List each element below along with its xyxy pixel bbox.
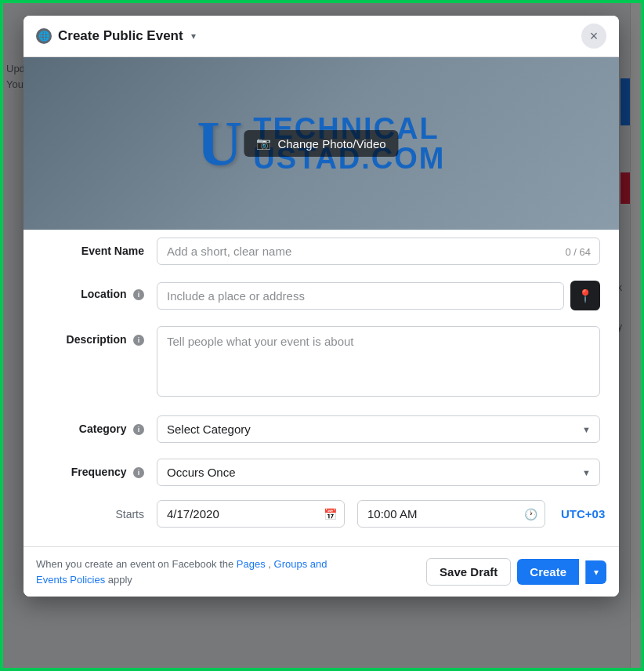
location-label-cell: Location i (42, 281, 144, 301)
footer-buttons: Save Draft Create ▾ (426, 558, 606, 586)
location-pin-button[interactable]: 📍 (570, 281, 600, 310)
frequency-label: Frequency (71, 466, 127, 478)
starts-date-input[interactable] (157, 500, 345, 528)
location-info-icon[interactable]: i (133, 289, 144, 300)
event-name-input-cell: 0 / 64 (157, 238, 600, 265)
pages-link[interactable]: Pages (237, 558, 266, 570)
create-dropdown-button[interactable]: ▾ (585, 560, 606, 584)
description-textarea[interactable] (157, 326, 600, 397)
logo-u-letter: U (197, 112, 241, 175)
close-button[interactable]: × (581, 24, 606, 49)
footer-text: When you create an event on Facebook the… (36, 557, 349, 587)
create-label: Create (530, 565, 566, 579)
frequency-input-cell: Occurs Once Daily Weekly Monthly (157, 459, 600, 486)
event-name-row: Event Name 0 / 64 (24, 230, 619, 273)
category-input-cell: Select Category Business Entertainment F… (157, 415, 600, 443)
frequency-label-cell: Frequency i (42, 459, 144, 479)
modal-footer: When you create an event on Facebook the… (24, 546, 619, 597)
starts-label: Starts (115, 508, 144, 520)
event-name-input-wrapper: 0 / 64 (157, 238, 600, 265)
date-input-wrapper: 📅 (157, 500, 345, 528)
starts-label-cell: Starts (42, 507, 144, 521)
location-row-inner: 📍 (157, 281, 600, 310)
description-input-cell (157, 326, 600, 400)
description-label-cell: Description i (42, 326, 144, 346)
category-row: Category i Select Category Business Ente… (24, 408, 619, 451)
time-input-wrapper: 🕐 (357, 500, 545, 528)
frequency-select-wrapper: Occurs Once Daily Weekly Monthly (157, 459, 600, 486)
location-label: Location (81, 288, 126, 300)
change-photo-label: Change Photo/Video (277, 137, 385, 151)
pin-icon: 📍 (577, 288, 593, 303)
close-icon: × (590, 29, 599, 43)
create-event-modal: 🌐 Create Public Event ▾ × U TECHNICAL US… (24, 16, 619, 597)
starts-time-input[interactable] (357, 500, 545, 528)
create-button[interactable]: Create (517, 559, 579, 585)
category-info-icon[interactable]: i (133, 424, 144, 435)
char-count: 0 / 64 (565, 245, 591, 257)
description-row: Description i (24, 318, 619, 408)
modal-header: 🌐 Create Public Event ▾ × (24, 16, 619, 57)
save-draft-label: Save Draft (440, 565, 497, 579)
location-input-cell: 📍 (157, 281, 600, 310)
description-info-icon[interactable]: i (133, 335, 144, 346)
photo-area: U TECHNICAL USTAD.COM 📷 Change Photo/Vid… (24, 57, 619, 230)
footer-comma: , (268, 558, 273, 570)
description-label: Description (67, 333, 127, 346)
create-dropdown-icon: ▾ (594, 567, 599, 578)
timezone-button[interactable]: UTC+03 (558, 501, 608, 527)
footer-text-prefix: When you create an event on Facebook the (36, 558, 237, 570)
starts-row: Starts 📅 🕐 UTC+03 (24, 494, 619, 534)
event-name-label-cell: Event Name (42, 238, 144, 258)
frequency-row: Frequency i Occurs Once Daily Weekly Mon… (24, 451, 619, 494)
footer-text-suffix: apply (108, 574, 132, 586)
modal-header-left: 🌐 Create Public Event ▾ (36, 28, 196, 44)
category-label-cell: Category i (42, 415, 144, 436)
modal-title: Create Public Event (58, 28, 183, 44)
location-input[interactable] (157, 282, 564, 310)
frequency-select[interactable]: Occurs Once Daily Weekly Monthly (157, 459, 600, 486)
event-name-label: Event Name (81, 245, 144, 257)
save-draft-button[interactable]: Save Draft (426, 558, 511, 586)
event-name-input[interactable] (157, 238, 600, 265)
camera-icon: 📷 (256, 136, 271, 151)
form-area: Event Name 0 / 64 Location i 📍 (24, 230, 619, 546)
globe-icon: 🌐 (36, 28, 52, 44)
location-row: Location i 📍 (24, 273, 619, 318)
category-select-wrapper: Select Category Business Entertainment F… (157, 415, 600, 443)
change-photo-button[interactable]: 📷 Change Photo/Video (244, 130, 398, 157)
title-dropdown-arrow[interactable]: ▾ (191, 31, 196, 42)
frequency-info-icon[interactable]: i (133, 467, 144, 478)
category-select[interactable]: Select Category Business Entertainment F… (157, 415, 600, 443)
category-label: Category (79, 423, 127, 435)
timezone-label: UTC+03 (561, 507, 605, 520)
